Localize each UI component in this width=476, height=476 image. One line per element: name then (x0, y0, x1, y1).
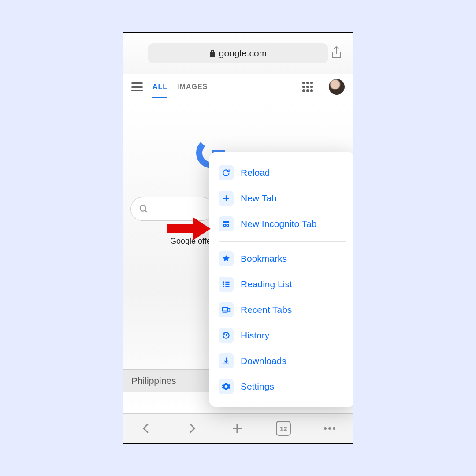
menu-reload[interactable]: Reload (214, 160, 350, 186)
svg-point-5 (328, 427, 331, 430)
menu-settings[interactable]: Settings (214, 374, 350, 399)
svg-point-4 (324, 427, 327, 430)
menu-reload-label: Reload (241, 167, 270, 178)
tab-switcher[interactable]: 12 (276, 421, 291, 436)
avatar[interactable] (329, 79, 345, 95)
callout-arrow-icon (167, 216, 211, 241)
svg-rect-15 (223, 307, 228, 311)
svg-rect-12 (225, 281, 229, 283)
plus-icon (219, 191, 234, 206)
apps-icon[interactable] (302, 82, 313, 92)
menu-incognito[interactable]: New Incognito Tab (214, 211, 350, 237)
menu-reading-list[interactable]: Reading List (214, 271, 350, 297)
svg-point-8 (227, 224, 229, 226)
svg-rect-16 (228, 308, 230, 312)
back-icon[interactable] (140, 422, 153, 435)
menu-downloads-label: Downloads (241, 356, 286, 366)
menu-new-tab-label: New Tab (241, 193, 276, 204)
menu-incognito-label: New Incognito Tab (241, 219, 316, 229)
download-icon (219, 353, 234, 368)
reload-icon (219, 165, 234, 180)
menu-new-tab[interactable]: New Tab (214, 186, 350, 211)
address-bar[interactable]: google.com (148, 43, 328, 63)
menu-reading-list-label: Reading List (241, 279, 292, 290)
menu-recent-tabs[interactable]: Recent Tabs (214, 297, 350, 323)
svg-line-3 (145, 210, 148, 212)
menu-settings-label: Settings (241, 381, 274, 392)
menu-downloads[interactable]: Downloads (214, 348, 350, 374)
menu-recent-tabs-label: Recent Tabs (241, 305, 292, 315)
menu-bookmarks-label: Bookmarks (241, 253, 287, 264)
history-icon (219, 328, 234, 343)
star-icon (219, 251, 234, 266)
svg-point-6 (333, 427, 335, 430)
list-icon (219, 277, 234, 292)
page-header: ALL IMAGES (123, 74, 353, 100)
svg-point-7 (223, 224, 226, 226)
tab-all[interactable]: ALL (152, 83, 167, 91)
tab-images[interactable]: IMAGES (177, 83, 208, 91)
devices-icon (219, 302, 234, 317)
bottom-toolbar: 12 (123, 413, 353, 443)
menu-separator (219, 241, 346, 242)
svg-point-9 (223, 281, 224, 283)
address-bar-text: google.com (219, 48, 267, 59)
lock-icon (209, 50, 216, 57)
svg-point-11 (223, 286, 224, 287)
svg-rect-13 (225, 283, 229, 285)
device-frame: google.com ALL IMAGES Google offe Philip… (123, 32, 353, 444)
incognito-icon (219, 216, 234, 231)
search-icon (139, 204, 149, 214)
svg-point-2 (140, 205, 146, 211)
forward-icon[interactable] (185, 422, 198, 435)
menu-history-label: History (241, 330, 269, 341)
browser-toolbar: google.com (123, 33, 353, 74)
gear-icon (219, 379, 234, 394)
menu-bookmarks[interactable]: Bookmarks (214, 246, 350, 271)
svg-point-10 (223, 283, 224, 285)
menu-history[interactable]: History (214, 323, 350, 348)
menu-icon[interactable] (131, 82, 143, 91)
svg-rect-14 (225, 286, 229, 287)
more-icon[interactable] (323, 426, 336, 431)
share-icon[interactable] (331, 46, 342, 60)
overflow-menu: Reload New Tab New Incognito Tab Bookmar… (209, 152, 353, 407)
new-tab-icon[interactable] (231, 422, 244, 435)
